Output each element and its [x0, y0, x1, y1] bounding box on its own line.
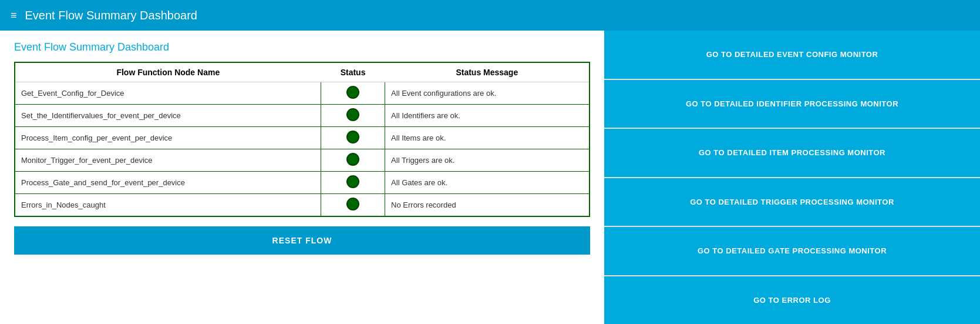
hamburger-icon[interactable]: ≡ [11, 9, 17, 22]
row-message: All Gates are ok. [385, 172, 590, 194]
row-status [321, 194, 385, 217]
row-name: Process_Gate_and_send_for_event_per_devi… [15, 172, 321, 194]
row-message: All Event configurations are ok. [385, 82, 590, 105]
status-dot-icon [346, 175, 359, 188]
nav-button-2[interactable]: GO TO DETAILED ITEM PROCESSING MONITOR [604, 129, 980, 177]
table-row: Errors_in_Nodes_caughtNo Errors recorded [15, 194, 590, 217]
nav-button-5[interactable]: GO TO ERROR LOG [604, 276, 980, 325]
top-bar-title: Event Flow Summary Dashboard [25, 9, 197, 22]
top-bar: ≡ Event Flow Summary Dashboard [0, 0, 980, 31]
row-status [321, 105, 385, 127]
nav-button-4[interactable]: GO TO DETAILED GATE PROCESSING MONITOR [604, 227, 980, 275]
row-message: All Identifiers are ok. [385, 105, 590, 127]
row-name: Monitor_Trigger_for_event_per_device [15, 149, 321, 172]
table-header-row: Flow Function Node Name Status Status Me… [15, 62, 590, 82]
row-name: Get_Event_Config_for_Device [15, 82, 321, 105]
table-row: Process_Gate_and_send_for_event_per_devi… [15, 172, 590, 194]
table-row: Set_the_Identifiervalues_for_event_per_d… [15, 105, 590, 127]
table-row: Get_Event_Config_for_DeviceAll Event con… [15, 82, 590, 105]
panel-title: Event Flow Summary Dashboard [14, 41, 590, 54]
left-panel: Event Flow Summary Dashboard Flow Functi… [0, 31, 604, 324]
row-message: No Errors recorded [385, 194, 590, 217]
status-dot-icon [346, 86, 359, 99]
table-row: Monitor_Trigger_for_event_per_deviceAll … [15, 149, 590, 172]
row-status [321, 149, 385, 172]
flow-table: Flow Function Node Name Status Status Me… [14, 62, 590, 217]
main-layout: Event Flow Summary Dashboard Flow Functi… [0, 31, 980, 324]
status-dot-icon [346, 108, 359, 121]
nav-button-1[interactable]: GO TO DETAILED IDENTIFIER PROCESSING MON… [604, 80, 980, 128]
right-panel: GO TO DETAILED EVENT CONFIG MONITORGO TO… [604, 31, 980, 324]
row-name: Set_the_Identifiervalues_for_event_per_d… [15, 105, 321, 127]
col-header-name: Flow Function Node Name [15, 62, 321, 82]
status-dot-icon [346, 198, 359, 211]
table-row: Process_Item_config_per_event_per_device… [15, 127, 590, 149]
status-dot-icon [346, 153, 359, 166]
nav-button-0[interactable]: GO TO DETAILED EVENT CONFIG MONITOR [604, 31, 980, 79]
row-name: Errors_in_Nodes_caught [15, 194, 321, 217]
reset-flow-button[interactable]: RESET FLOW [14, 226, 590, 255]
row-message: All Items are ok. [385, 127, 590, 149]
row-status [321, 172, 385, 194]
row-status [321, 127, 385, 149]
col-header-message: Status Message [385, 62, 590, 82]
row-message: All Triggers are ok. [385, 149, 590, 172]
col-header-status: Status [321, 62, 385, 82]
status-dot-icon [346, 131, 359, 143]
row-name: Process_Item_config_per_event_per_device [15, 127, 321, 149]
nav-button-3[interactable]: GO TO DETAILED TRIGGER PROCESSING MONITO… [604, 178, 980, 226]
row-status [321, 82, 385, 105]
